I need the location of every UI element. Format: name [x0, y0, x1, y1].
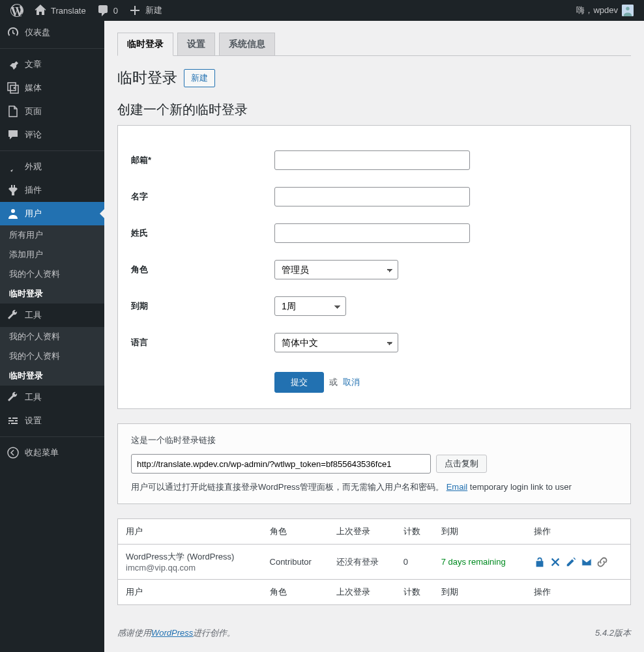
sidebar-item-posts[interactable]: 文章 [0, 53, 104, 76]
site-name[interactable]: Translate [29, 0, 91, 21]
submenu-temp-login[interactable]: 临时登录 [0, 284, 104, 304]
wp-logo[interactable] [5, 0, 29, 21]
sidebar-item-comments[interactable]: 评论 [0, 123, 104, 147]
name-label: 名字 [131, 191, 274, 203]
new-content[interactable]: 新建 [123, 0, 168, 21]
submenu-profile-a[interactable]: 我的个人资料 [0, 327, 104, 347]
sidebar-item-settings[interactable]: 设置 [0, 409, 104, 432]
page-subtitle: 创建一个新的临时登录 [117, 101, 631, 119]
sidebar-item-media[interactable]: 媒体 [0, 76, 104, 100]
comments-link[interactable]: 0 [91, 0, 123, 21]
cancel-link[interactable]: 取消 [343, 376, 360, 388]
expiry-label: 到期 [131, 300, 274, 312]
sidebar-label: 页面 [25, 106, 42, 117]
sidebar-label: 插件 [25, 184, 42, 196]
link-notice: 这是一个临时登录链接 点击复制 用户可以通过打开此链接直接登录WordPress… [117, 423, 631, 504]
sidebar-item-tools-2[interactable]: 工具 [0, 386, 104, 409]
users-submenu: 所有用户 添加用户 我的个人资料 临时登录 [0, 225, 104, 304]
copy-button[interactable]: 点击复制 [436, 455, 487, 473]
sidebar-label: 文章 [25, 59, 42, 70]
collapse-icon [7, 446, 20, 459]
name-field[interactable] [274, 187, 470, 206]
expiry-select[interactable]: 1周 [274, 296, 346, 316]
nav-tabs: 临时登录 设置 系统信息 [117, 33, 631, 56]
sidebar-item-tools[interactable]: 工具 [0, 304, 104, 327]
form-card: 邮箱* 名字 姓氏 角色 管理员 到期 1周 语言 简体中文 [117, 125, 631, 409]
dashboard-icon [7, 26, 20, 39]
link-icon[interactable] [596, 556, 608, 568]
sidebar-item-plugins[interactable]: 插件 [0, 178, 104, 202]
brush-icon [7, 160, 20, 173]
table-row: WordPress大学 (WordPress) imcm@vip.qq.com … [118, 545, 631, 580]
comment-icon [7, 128, 20, 141]
logins-table: 用户 角色 上次登录 计数 到期 操作 WordPress大学 (WordPre… [117, 518, 631, 605]
sidebar-label: 媒体 [25, 82, 42, 94]
mail-icon[interactable] [581, 556, 593, 568]
th-role: 角色 [262, 519, 329, 545]
submenu-add-user[interactable]: 添加用户 [0, 245, 104, 264]
row-last-login: 还没有登录 [329, 545, 396, 580]
howdy-text: 嗨，wpdev [576, 5, 618, 16]
new-button[interactable]: 新建 [184, 69, 215, 87]
submenu-profile[interactable]: 我的个人资料 [0, 264, 104, 284]
plus-icon [128, 4, 141, 17]
comment-icon [96, 4, 110, 17]
row-count: 0 [396, 545, 433, 580]
role-select[interactable]: 管理员 [274, 260, 398, 279]
site-title-text: Translate [51, 6, 86, 16]
footer-thanks: 感谢使用WordPress进行创作。 [117, 627, 235, 639]
media-icon [7, 81, 20, 94]
wrench-icon [7, 309, 20, 322]
tab-settings[interactable]: 设置 [177, 33, 215, 55]
email-link[interactable]: Email [446, 482, 468, 492]
surname-field[interactable] [274, 223, 470, 243]
th-count: 计数 [396, 519, 433, 545]
th-actions: 操作 [526, 519, 630, 545]
login-link-field[interactable] [131, 454, 431, 474]
row-user-email: imcm@vip.qq.com [126, 563, 254, 573]
extra-submenu: 我的个人资料 我的个人资料 临时登录 [0, 327, 104, 386]
sidebar-label: 外观 [25, 161, 42, 173]
lang-label: 语言 [131, 337, 274, 348]
edit-icon[interactable] [565, 556, 577, 568]
sidebar-item-pages[interactable]: 页面 [0, 100, 104, 123]
home-icon [34, 4, 47, 17]
avatar [622, 5, 634, 16]
delete-icon[interactable] [549, 556, 561, 568]
th-last-login: 上次登录 [329, 519, 396, 545]
svg-point-2 [14, 87, 16, 89]
footer-version: 5.4.2版本 [595, 627, 631, 639]
surname-label: 姓氏 [131, 227, 274, 239]
wordpress-icon [10, 4, 23, 17]
lock-icon[interactable] [534, 556, 546, 568]
page-icon [7, 105, 20, 118]
sidebar-label: 用户 [25, 208, 42, 220]
sidebar-item-users[interactable]: 用户 [0, 202, 104, 225]
tab-temp-login[interactable]: 临时登录 [117, 33, 173, 56]
sidebar-label: 仪表盘 [25, 27, 50, 38]
my-account[interactable]: 嗨，wpdev [571, 0, 639, 21]
role-label: 角色 [131, 264, 274, 276]
svg-point-1 [626, 7, 629, 10]
pin-icon [7, 58, 20, 71]
sidebar-item-dashboard[interactable]: 仪表盘 [0, 21, 104, 44]
lang-select[interactable]: 简体中文 [274, 333, 398, 352]
page-title: 临时登录 [117, 68, 177, 88]
row-expiry: 7 days remaining [433, 545, 526, 580]
submit-button[interactable]: 提交 [274, 372, 324, 393]
plugin-icon [7, 184, 20, 197]
wordpress-link[interactable]: WordPress [151, 628, 193, 638]
submenu-all-users[interactable]: 所有用户 [0, 225, 104, 245]
row-user-name: WordPress大学 (WordPress) [126, 551, 254, 563]
link-title: 这是一个临时登录链接 [131, 434, 617, 446]
collapse-label: 收起菜单 [25, 447, 59, 459]
email-field[interactable] [274, 150, 470, 170]
or-text: 或 [329, 376, 338, 388]
comments-count: 0 [113, 6, 118, 16]
sidebar-item-appearance[interactable]: 外观 [0, 155, 104, 178]
collapse-menu[interactable]: 收起菜单 [0, 441, 104, 464]
submenu-profile-b[interactable]: 我的个人资料 [0, 347, 104, 366]
th-expiry: 到期 [433, 519, 526, 545]
submenu-temp-login-b[interactable]: 临时登录 [0, 366, 104, 386]
tab-system-info[interactable]: 系统信息 [219, 33, 275, 55]
